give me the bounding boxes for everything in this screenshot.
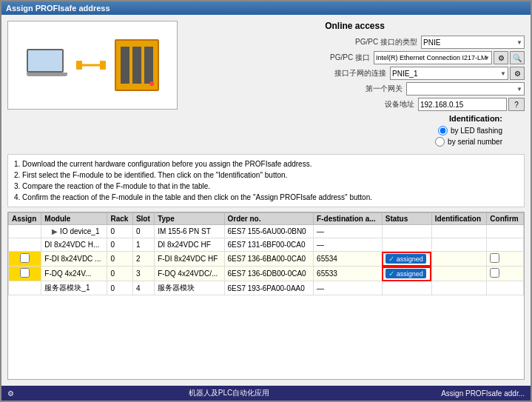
bottom-bar: ⚙ 机器人及PLC自动化应用 Assign PROFIsafe addr...	[1, 386, 531, 401]
th-status: Status	[382, 213, 431, 225]
th-module: Module	[41, 213, 107, 225]
pg-pc-search-button[interactable]: 🔍	[510, 51, 525, 64]
laptop-icon	[27, 49, 67, 82]
cell-confirm[interactable]	[487, 238, 524, 252]
led-flashing-radio[interactable]	[438, 126, 448, 135]
gateway-row: 第一个网关 ▼	[185, 82, 525, 96]
pg-pc-type-label: PG/PC 接口的类型	[343, 37, 417, 47]
cell-rack: 0	[107, 252, 132, 267]
cell-type: DI 8x24VDC HF	[155, 238, 224, 252]
plc-slots	[120, 46, 154, 84]
cell-slot: 0	[132, 225, 154, 238]
th-type: Type	[155, 213, 224, 225]
diagram-area	[7, 21, 178, 110]
serial-number-label: by serial number	[448, 138, 502, 146]
pg-pc-control: Intel(R) Ethernet Connection I217-LM ▼ ⚙…	[374, 51, 525, 64]
serial-number-row: by serial number	[185, 137, 502, 147]
instruction-1: 1. Download the current hardware configu…	[14, 158, 518, 170]
cell-status	[382, 281, 431, 295]
confirm-checkbox[interactable]	[490, 253, 499, 263]
laptop-base	[27, 73, 67, 76]
cell-confirm[interactable]	[487, 252, 524, 267]
cell-assign[interactable]	[9, 267, 41, 281]
select-arrow-2: ▼	[484, 55, 490, 61]
table-row[interactable]: F-DQ 4x24V...03F-DQ 4x24VDC/...6ES7 136-…	[9, 267, 524, 281]
pg-pc-type-control: PNIE ▼	[421, 36, 525, 49]
device-addr-row: 设备地址 192.168.0.15 ?	[185, 98, 525, 111]
cell-status: ✓ assigned	[382, 252, 431, 267]
serial-number-radio[interactable]	[435, 137, 445, 147]
table-row[interactable]: ▶ IO device_100IM 155-6 PN ST6ES7 155-6A…	[9, 225, 524, 238]
pg-pc-row: PG/PC 接口 Intel(R) Ethernet Connection I2…	[185, 51, 525, 64]
cell-identification	[431, 252, 487, 267]
pg-pc-type-select[interactable]: PNIE ▼	[421, 36, 525, 49]
connector-line	[76, 58, 106, 73]
th-fdest: F-destination a...	[314, 213, 383, 225]
cell-assign[interactable]	[9, 252, 41, 267]
device-search-button[interactable]: ?	[508, 98, 525, 111]
cell-assign[interactable]	[9, 238, 41, 252]
cell-assign[interactable]	[9, 281, 41, 295]
gateway-control: ▼	[406, 82, 525, 96]
title-bar: Assign PROFIsafe address	[1, 1, 531, 15]
cell-fdest: 65534	[314, 252, 383, 267]
th-slot: Slot	[132, 213, 154, 225]
cell-assign[interactable]	[9, 225, 41, 238]
led-flashing-row: by LED flashing	[185, 126, 502, 135]
cell-confirm[interactable]	[487, 281, 524, 295]
subnet-select[interactable]: PNIE_1 ▼	[390, 67, 508, 80]
cell-identification	[431, 238, 487, 252]
device-addr-input[interactable]: 192.168.0.15	[418, 98, 507, 111]
cell-order: 6ES7 155-6AU00-0BN0	[224, 225, 314, 238]
cell-rack: 0	[107, 238, 132, 252]
main-window: Assign PROFIsafe address	[0, 0, 532, 402]
subnet-label: 接口子网的连接	[312, 68, 386, 78]
cell-status	[382, 225, 431, 238]
assign-checkbox[interactable]	[20, 268, 30, 278]
cell-confirm[interactable]	[487, 225, 524, 238]
plc-slot-3	[144, 47, 153, 84]
pg-pc-select[interactable]: Intel(R) Ethernet Connection I217-LM ▼	[374, 51, 492, 64]
cell-identification	[431, 225, 487, 238]
assigned-badge: ✓ assigned	[385, 269, 426, 278]
table-row[interactable]: 服务器模块_104服务器模块6ES7 193-6PA00-0AA0—	[9, 281, 524, 295]
cell-slot: 2	[132, 252, 154, 267]
plc-slot-1	[121, 47, 129, 84]
table-row[interactable]: F-DI 8x24VDC ...02F-DI 8x24VDC HF6ES7 13…	[9, 252, 524, 267]
svg-rect-1	[76, 61, 82, 70]
cell-module: F-DQ 4x24V...	[41, 267, 107, 281]
cell-rack: 0	[107, 281, 132, 295]
assigned-badge: ✓ assigned	[385, 254, 426, 264]
cell-order: 6ES7 136-6DB00-0CA0	[224, 267, 314, 281]
th-identification: Identification	[431, 213, 487, 225]
cell-order: 6ES7 193-6PA00-0AA0	[224, 281, 314, 295]
online-access-title: Online access	[185, 21, 525, 31]
select-arrow-1: ▼	[516, 39, 522, 46]
cell-fdest: 65533	[314, 267, 383, 281]
window-label: Assign PROFIsafe addr...	[441, 389, 525, 398]
assign-checkbox[interactable]	[20, 253, 30, 263]
confirm-checkbox[interactable]	[490, 268, 499, 278]
plc-slot-2	[132, 47, 141, 84]
plc-indicator	[149, 81, 154, 86]
table-row[interactable]: DI 8x24VDC H...01DI 8x24VDC HF6ES7 131-6…	[9, 238, 524, 252]
cell-rack: 0	[107, 267, 132, 281]
device-table-wrapper[interactable]: Assign Module Rack Slot Type Order no. F…	[7, 212, 525, 380]
cell-confirm[interactable]	[487, 267, 524, 281]
check-icon: ✓	[388, 255, 394, 263]
pg-pc-settings-button[interactable]: ⚙	[494, 51, 508, 64]
identification-title: Identification:	[185, 114, 502, 123]
cell-module: 服务器模块_1	[41, 281, 107, 295]
gateway-label: 第一个网关	[329, 84, 403, 94]
subnet-settings-button[interactable]: ⚙	[510, 67, 525, 80]
subnet-row: 接口子网的连接 PNIE_1 ▼ ⚙	[185, 67, 525, 80]
cell-module: DI 8x24VDC H...	[41, 238, 107, 252]
cell-fdest: —	[314, 281, 383, 295]
cell-fdest: —	[314, 238, 383, 252]
th-order: Order no.	[224, 213, 314, 225]
select-arrow-4: ▼	[516, 86, 522, 93]
table-header-row: Assign Module Rack Slot Type Order no. F…	[9, 213, 524, 225]
gateway-select[interactable]: ▼	[406, 82, 525, 96]
table-body: ▶ IO device_100IM 155-6 PN ST6ES7 155-6A…	[9, 225, 524, 295]
device-addr-control: 192.168.0.15 ?	[418, 98, 525, 111]
